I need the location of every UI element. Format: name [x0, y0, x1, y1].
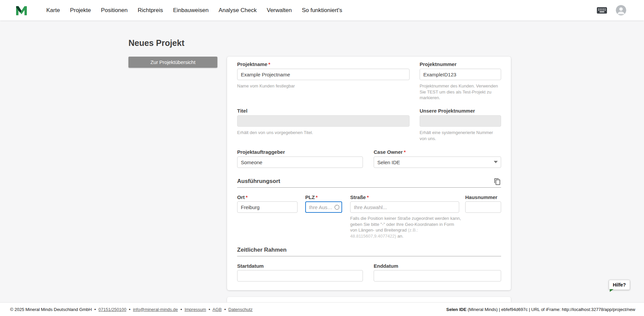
- projektname-label: Projektname*: [237, 61, 270, 67]
- unsere-projektnummer-helper: Erhält eine systemgenerierte Nummer von …: [420, 130, 501, 141]
- section-zeitlicher-rahmen: Zeitlicher Rahmen: [237, 244, 501, 256]
- ort-input[interactable]: [237, 201, 298, 213]
- person-icon: [616, 5, 626, 15]
- session-user: Selen IDE: [446, 307, 467, 312]
- impressum-link[interactable]: Impressum: [184, 307, 206, 312]
- project-overview-button[interactable]: Zur Projektübersicht: [128, 57, 217, 68]
- required-asterisk: *: [404, 149, 406, 155]
- agb-link[interactable]: AGB: [213, 307, 222, 312]
- projektauftraggeber-input[interactable]: [237, 156, 363, 168]
- keyboard-icon[interactable]: [597, 7, 607, 15]
- case-owner-selected-value: Selen IDE: [377, 160, 400, 165]
- session-details: (Mineral Minds) | ebfef94d697c | URL of …: [467, 307, 635, 312]
- copy-icon[interactable]: [494, 178, 501, 185]
- nav-item-einbauweisen[interactable]: Einbauweisen: [173, 7, 209, 14]
- case-owner-select[interactable]: Selen IDE: [374, 156, 501, 168]
- required-asterisk: *: [367, 194, 369, 200]
- projektnummer-input[interactable]: [420, 69, 501, 80]
- projektname-input[interactable]: [237, 69, 410, 80]
- chevron-down-icon: [494, 161, 498, 163]
- hausnummer-input[interactable]: [465, 201, 501, 213]
- separator: •: [224, 307, 226, 312]
- projektnummer-helper: Projektnummer des Kunden. Verwenden Sie …: [420, 83, 501, 101]
- hausnummer-label: Hausnummer: [465, 194, 497, 200]
- titel-input: [237, 115, 410, 127]
- footer: © 2025 Mineral Minds Deutschland GmbH • …: [0, 302, 644, 316]
- user-avatar[interactable]: [616, 5, 626, 15]
- phone-link[interactable]: 07151/250100: [99, 307, 126, 312]
- nav-item-positionen[interactable]: Positionen: [101, 7, 127, 14]
- mineral-minds-logo[interactable]: [15, 4, 28, 16]
- nav-item-projekte[interactable]: Projekte: [70, 7, 91, 14]
- plz-field: [305, 201, 342, 213]
- case-owner-label: Case Owner*: [374, 149, 406, 155]
- separator: •: [209, 307, 210, 312]
- nav-item-verwalten[interactable]: Verwalten: [267, 7, 292, 14]
- top-nav-bar: Karte Projekte Positionen Richtpreis Ein…: [0, 0, 644, 20]
- help-button[interactable]: Hilfe?: [609, 280, 630, 290]
- footer-session-info: Selen IDE (Mineral Minds) | ebfef94d697c…: [446, 307, 635, 312]
- startdatum-label: Startdatum: [237, 263, 264, 269]
- unsere-projektnummer-input: [420, 115, 501, 127]
- titel-label: Titel: [237, 108, 248, 114]
- projektauftraggeber-label: Projektauftraggeber: [237, 149, 285, 155]
- main-navigation: Karte Projekte Positionen Richtpreis Ein…: [46, 0, 342, 20]
- unsere-projektnummer-label: Unsere Projektnummer: [420, 108, 475, 114]
- ort-label: Ort*: [237, 194, 248, 200]
- separator: •: [94, 307, 96, 312]
- plz-label: PLZ*: [305, 194, 318, 200]
- separator: •: [129, 307, 130, 312]
- enddatum-input[interactable]: [374, 270, 501, 281]
- titel-helper: Erhält den von uns vorgegebenen Titel.: [237, 130, 410, 136]
- strasse-input[interactable]: [350, 201, 459, 213]
- strasse-helper: Falls die Position keiner Straße zugeord…: [350, 215, 462, 239]
- nav-item-richtpreis[interactable]: Richtpreis: [138, 7, 163, 14]
- new-project-form-card: Projektname* Projektnummer Name vom Kund…: [227, 57, 511, 290]
- section-title: Ausführungsort: [237, 178, 280, 185]
- required-asterisk: *: [246, 194, 248, 200]
- next-card-partial: [227, 297, 511, 302]
- nav-item-analyse-check[interactable]: Analyse Check: [219, 7, 257, 14]
- section-title: Zeitlicher Rahmen: [237, 247, 286, 253]
- projektnummer-label: Projektnummer: [420, 61, 457, 67]
- page-title: Neues Projekt: [128, 38, 184, 48]
- enddatum-label: Enddatum: [374, 263, 398, 269]
- logo-m-icon: [15, 4, 28, 16]
- required-asterisk: *: [316, 194, 318, 200]
- nav-item-karte[interactable]: Karte: [46, 7, 60, 14]
- strasse-label: Straße*: [350, 194, 369, 200]
- separator: •: [180, 307, 182, 312]
- nav-item-so-funktionierts[interactable]: So funktioniert's: [302, 7, 342, 14]
- startdatum-input[interactable]: [237, 270, 363, 281]
- required-asterisk: *: [268, 61, 270, 67]
- footer-left: © 2025 Mineral Minds Deutschland GmbH • …: [10, 307, 254, 312]
- datenschutz-link[interactable]: Datenschutz: [228, 307, 253, 312]
- copyright-text: © 2025 Mineral Minds Deutschland GmbH: [10, 307, 92, 312]
- section-ausfuehrungsort: Ausführungsort: [237, 175, 501, 188]
- email-link[interactable]: info@mineral-minds.de: [133, 307, 178, 312]
- loading-spinner-icon: [334, 205, 339, 210]
- projektname-helper: Name vom Kunden festlegbar: [237, 83, 410, 89]
